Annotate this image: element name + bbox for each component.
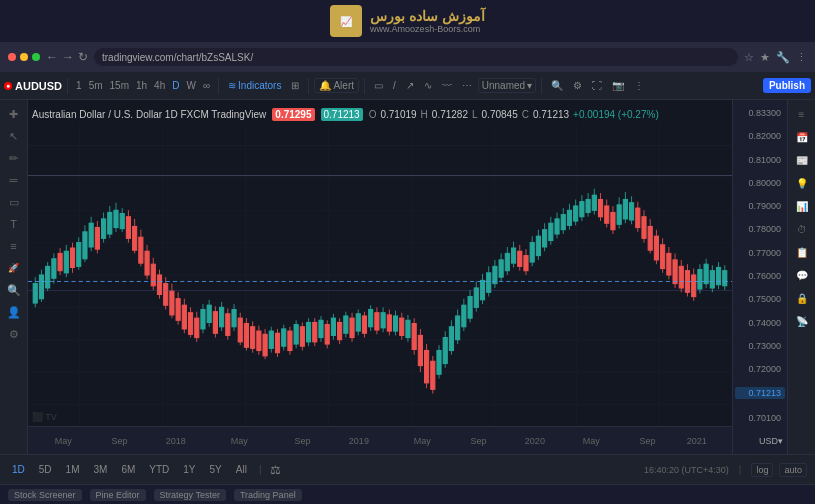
chat-icon[interactable]: 💬 [792, 265, 812, 285]
tf-4h[interactable]: 4h [151, 79, 168, 92]
btn-5y[interactable]: 5Y [206, 463, 226, 476]
price-073: 0.73000 [735, 341, 785, 351]
price-074: 0.74000 [735, 318, 785, 328]
signal-icon[interactable]: 📡 [792, 311, 812, 331]
nav-back[interactable]: ← [46, 50, 58, 64]
compare-btn[interactable]: ⊞ [287, 78, 303, 93]
rocket-tool[interactable]: 🚀 [4, 258, 24, 278]
minimize-dot[interactable] [20, 53, 28, 61]
settings-btn[interactable]: ⚙ [569, 78, 586, 93]
ideas-icon[interactable]: 💡 [792, 173, 812, 193]
pencil-tool[interactable]: ✏ [4, 148, 24, 168]
cursor-tool[interactable]: ↖ [4, 126, 24, 146]
price-075: 0.75000 [735, 294, 785, 304]
search-btn[interactable]: 🔍 [547, 78, 567, 93]
calendar-icon[interactable]: 📅 [792, 127, 812, 147]
stock-screener-btn[interactable]: Stock Screener [8, 489, 82, 501]
x-label-2019: 2019 [349, 436, 369, 446]
btn-1m[interactable]: 1M [62, 463, 84, 476]
screener-icon[interactable]: 📊 [792, 196, 812, 216]
draw-rect-btn[interactable]: ▭ [370, 78, 387, 93]
high-label: H [421, 109, 428, 120]
data-window-icon[interactable]: 📋 [792, 242, 812, 262]
settings-tool[interactable]: ⚙ [4, 324, 24, 344]
star-icon[interactable]: ★ [760, 51, 770, 64]
lock-icon[interactable]: 🔒 [792, 288, 812, 308]
close-val: 0.71213 [533, 109, 569, 120]
nav-refresh[interactable]: ↻ [78, 50, 88, 64]
btn-3m[interactable]: 3M [90, 463, 112, 476]
price-076: 0.76000 [735, 271, 785, 281]
btn-all[interactable]: All [232, 463, 251, 476]
publish-btn[interactable]: Publish [763, 78, 811, 93]
open-val: 0.71019 [380, 109, 416, 120]
tf-1[interactable]: 1 [73, 79, 85, 92]
browser-icons: ☆ ★ 🔧 ⋮ [744, 51, 807, 64]
news-icon[interactable]: 📰 [792, 150, 812, 170]
currency-label: USD▾ [735, 436, 785, 446]
btn-1d[interactable]: 1D [8, 463, 29, 476]
draw-curve-btn[interactable]: ∿ [420, 78, 436, 93]
clock-icon[interactable]: ⏱ [792, 219, 812, 239]
indicators-btn[interactable]: ≋ Indicators [224, 78, 285, 93]
zoom-tool[interactable]: 🔍 [4, 280, 24, 300]
x-label-may17: May [55, 436, 72, 446]
logo-subtext: www.Amoozesh-Boors.com [370, 24, 485, 34]
btn-ytd[interactable]: YTD [145, 463, 173, 476]
price-scale: 0.83300 0.82000 0.81000 0.80000 0.79000 … [732, 100, 787, 454]
browser-nav[interactable]: ← → ↻ [46, 50, 88, 64]
price-080: 0.80000 [735, 178, 785, 188]
tf-D[interactable]: D [169, 79, 182, 92]
line-tool[interactable]: ═ [4, 170, 24, 190]
symbol-display[interactable]: ● AUDUSD [4, 80, 62, 92]
draw-more-btn[interactable]: ⋯ [458, 78, 476, 93]
fullscreen-btn[interactable]: ⛶ [588, 78, 606, 93]
menu-icon[interactable]: ⋮ [796, 51, 807, 64]
draw-fib-btn[interactable]: 〰 [438, 78, 456, 93]
tf-5m[interactable]: 5m [86, 79, 106, 92]
log-btn[interactable]: log [751, 463, 773, 477]
bottom-divider-1: | [259, 464, 262, 475]
price-082: 0.82000 [735, 131, 785, 141]
more-btn[interactable]: ⋮ [630, 78, 648, 93]
strategy-tester-btn[interactable]: Strategy Tester [154, 489, 226, 501]
draw-arrow-btn[interactable]: ↗ [402, 78, 418, 93]
tf-W[interactable]: W [183, 79, 198, 92]
address-bar[interactable]: tradingview.com/chart/bZsSALSK/ [94, 48, 738, 66]
top-header: 📈 آموزش ساده بورس www.Amoozesh-Boors.com [0, 0, 815, 42]
close-dot[interactable] [8, 53, 16, 61]
tf-15m[interactable]: 15m [107, 79, 132, 92]
watchlist-icon[interactable]: ≡ [792, 104, 812, 124]
chart-container: Australian Dollar / U.S. Dollar 1D FXCM … [28, 100, 787, 454]
auto-btn[interactable]: auto [779, 463, 807, 477]
address-text: tradingview.com/chart/bZsSALSK/ [102, 52, 253, 63]
btn-5d[interactable]: 5D [35, 463, 56, 476]
snapshot-btn[interactable]: 📷 [608, 78, 628, 93]
bookmark-icon[interactable]: ☆ [744, 51, 754, 64]
nav-forward[interactable]: → [62, 50, 74, 64]
tf-inf[interactable]: ∞ [200, 79, 213, 92]
table-tool[interactable]: ≡ [4, 236, 24, 256]
compare-chart-icon[interactable]: ⚖ [270, 463, 281, 477]
sep-4 [364, 78, 365, 94]
browser-dots [8, 53, 40, 61]
text-tool[interactable]: T [4, 214, 24, 234]
extensions-icon[interactable]: 🔧 [776, 51, 790, 64]
btn-6m[interactable]: 6M [117, 463, 139, 476]
right-panel: ≡ 📅 📰 💡 📊 ⏱ 📋 💬 🔒 📡 [787, 100, 815, 454]
timeframes: 1 5m 15m 1h 4h D W ∞ [73, 79, 213, 92]
unnamed-dropdown[interactable]: Unnamed ▾ [478, 78, 536, 93]
rect-tool[interactable]: ▭ [4, 192, 24, 212]
logo-icon: 📈 [330, 5, 362, 37]
maximize-dot[interactable] [32, 53, 40, 61]
trading-panel-btn[interactable]: Trading Panel [234, 489, 302, 501]
tf-1h[interactable]: 1h [133, 79, 150, 92]
draw-line-btn[interactable]: / [389, 78, 400, 93]
pine-editor-btn[interactable]: Pine Editor [90, 489, 146, 501]
bottom-divider-2: | [739, 464, 742, 475]
chart-title: Australian Dollar / U.S. Dollar 1D FXCM … [32, 109, 266, 120]
crosshair-tool[interactable]: ✚ [4, 104, 24, 124]
btn-1y[interactable]: 1Y [179, 463, 199, 476]
user-tool[interactable]: 👤 [4, 302, 24, 322]
alert-btn[interactable]: 🔔 Alert [314, 78, 359, 93]
